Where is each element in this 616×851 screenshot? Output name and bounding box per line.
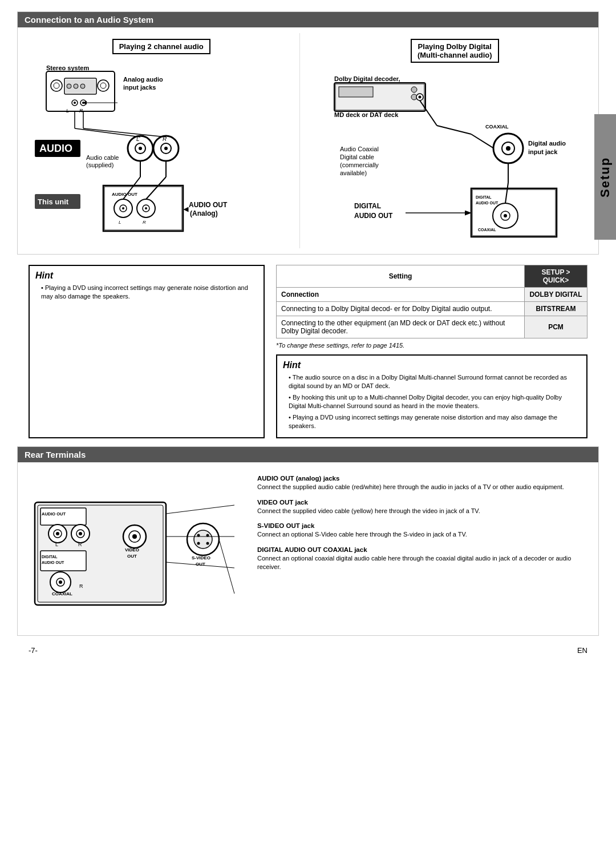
svg-point-101	[79, 532, 82, 535]
svg-point-97	[56, 532, 59, 535]
svg-text:R: R	[79, 583, 83, 589]
svg-point-59	[411, 87, 417, 92]
connection-top: Playing 2 channel audio	[18, 33, 598, 248]
svg-point-113	[132, 534, 137, 539]
svg-line-72	[437, 126, 471, 134]
right-settings-area: Setting SETUP > QUICK> Connection DOLBY …	[276, 265, 587, 438]
rear-label-video-out: VIDEO OUT jack Connect the supplied vide…	[257, 498, 587, 515]
svg-point-6	[74, 84, 78, 88]
pcm-value: PCM	[525, 316, 587, 338]
svg-point-121	[206, 542, 209, 545]
svg-text:VIDEO: VIDEO	[125, 547, 139, 552]
svg-text:Audio cable: Audio cable	[86, 154, 119, 161]
connection-value: DOLBY DIGITAL	[525, 288, 587, 302]
rear-label-svideo-out: S-VIDEO OUT jack Connect an optional S-V…	[257, 521, 587, 539]
svg-point-5	[67, 84, 71, 88]
hint-box-left: Hint • Playing a DVD using incorrect set…	[29, 265, 265, 438]
svg-point-68	[506, 146, 510, 151]
pcm-desc: Connecting to the other equipment (an MD…	[277, 316, 525, 338]
settings-row-2: Connecting to the other equipment (an MD…	[277, 316, 587, 338]
svg-text:Stereo system: Stereo system	[46, 66, 89, 71]
svg-text:R: R	[78, 542, 82, 547]
svg-text:L: L	[55, 542, 58, 547]
svg-text:AUDIO OUT: AUDIO OUT	[112, 192, 137, 197]
svg-text:R: R	[143, 220, 146, 225]
svg-text:DIGITAL: DIGITAL	[354, 202, 381, 210]
svg-text:DIGITAL: DIGITAL	[42, 555, 58, 559]
rear-label-video-out-text: Connect the supplied video cable (yellow…	[257, 507, 587, 515]
svg-point-84	[504, 214, 507, 217]
svg-point-117	[194, 530, 212, 548]
side-tab: Setup	[594, 114, 616, 240]
rear-label-audio-out-text: Connect the supplied audio cable (red/wh…	[257, 483, 587, 491]
svg-text:Dolby  Digital  decoder,: Dolby Digital decoder,	[334, 75, 400, 82]
page: Setup Connection to an Audio System Play…	[0, 0, 616, 851]
svg-point-46	[145, 207, 147, 209]
rear-label-audio-out: AUDIO OUT (analog) jacks Connect the sup…	[257, 474, 587, 491]
hint-right-title: Hint	[283, 360, 581, 370]
svg-text:AUDIO OUT: AUDIO OUT	[42, 560, 64, 564]
bitstream-value: BITSTREAM	[525, 302, 587, 316]
page-lang: EN	[577, 646, 587, 655]
svg-text:L: L	[66, 108, 69, 114]
svg-text:AUDIO OUT: AUDIO OUT	[354, 212, 393, 220]
connection-section: Connection to an Audio System Playing 2 …	[17, 11, 599, 255]
hint-box-right: Hint • The audio source on a disc in a D…	[276, 354, 587, 438]
svg-text:(supplied): (supplied)	[86, 162, 114, 168]
rear-diagram: AUDIO OUT L R DIGITAL AUDIO OUT	[18, 468, 598, 635]
right-panel: Playing Dolby Digital (Multi-channel aud…	[311, 33, 587, 248]
svg-text:AUDIO: AUDIO	[39, 143, 72, 154]
page-footer: -7- EN	[17, 642, 599, 655]
svg-text:R: R	[79, 108, 83, 114]
svg-text:Digital audio: Digital audio	[528, 140, 566, 147]
svg-line-32	[75, 128, 140, 137]
to-change-text: *To change these settings, refer to page…	[276, 342, 587, 349]
svg-text:COAXIAL: COAXIAL	[52, 591, 72, 596]
rear-label-digital-coaxial: DIGITAL AUDIO OUT COAXIAL jack Connect a…	[257, 545, 587, 572]
left-diagram-svg: L R Stereo system Analog audio input jac…	[29, 66, 291, 234]
hint-right-text: • The audio source on a disc in a Dolby …	[283, 373, 581, 430]
svg-point-43	[122, 207, 124, 209]
bitstream-desc: Connecting to a Dolby Digital decod- er …	[277, 302, 525, 316]
right-diagram: Dolby Digital decoder, MD deck or DAT de…	[323, 74, 587, 243]
svg-text:AUDIO OUT: AUDIO OUT	[189, 201, 228, 209]
svg-text:L: L	[119, 220, 121, 225]
svg-text:COAXIAL: COAXIAL	[485, 124, 509, 130]
svg-point-24	[139, 147, 142, 150]
svg-point-11	[74, 102, 76, 104]
rear-label-svideo-out-title: S-VIDEO OUT jack	[257, 521, 587, 530]
hint-right-bullet2: • By hooking this unit up to a Multi-cha…	[289, 393, 581, 411]
rear-label-digital-coaxial-text: Connect an optional coaxial digital audi…	[257, 554, 587, 572]
svg-text:MD deck or DAT deck: MD deck or DAT deck	[334, 111, 399, 118]
hint-left-text: • Playing a DVD using incorrect settings…	[35, 284, 258, 301]
rear-label-digital-coaxial-title: DIGITAL AUDIO OUT COAXIAL jack	[257, 545, 587, 554]
svg-text:S-VIDEO: S-VIDEO	[192, 555, 210, 560]
setup-col-header: SETUP > QUICK>	[525, 265, 587, 288]
page-number: -7-	[29, 646, 38, 655]
svg-text:(commercially: (commercially	[340, 162, 379, 168]
svg-point-120	[197, 542, 200, 545]
rear-diagram-svg: AUDIO OUT L R DIGITAL AUDIO OUT	[29, 474, 246, 628]
svg-point-108	[59, 580, 62, 584]
rear-label-audio-out-title: AUDIO OUT (analog) jacks	[257, 474, 587, 483]
setting-col-header: Setting	[277, 265, 525, 288]
svg-text:available): available)	[340, 170, 367, 176]
svg-text:AUDIO OUT: AUDIO OUT	[42, 511, 66, 517]
svg-text:input jack: input jack	[528, 148, 558, 155]
hint-settings-row: Hint • Playing a DVD using incorrect set…	[17, 265, 599, 438]
svg-line-73	[471, 134, 494, 148]
svg-text:Audio Coaxial: Audio Coaxial	[340, 146, 379, 152]
right-diagram-svg: Dolby Digital decoder, MD deck or DAT de…	[323, 74, 585, 243]
svg-text:AUDIO OUT: AUDIO OUT	[476, 201, 499, 205]
svg-text:(Analog): (Analog)	[190, 209, 218, 217]
svg-text:OUT: OUT	[127, 554, 137, 559]
svg-text:DIGITAL: DIGITAL	[476, 195, 492, 199]
svg-point-27	[164, 147, 168, 150]
svg-line-127	[219, 539, 234, 594]
rear-section: Rear Terminals AUDIO OUT L	[17, 446, 599, 636]
svg-line-124	[166, 505, 234, 514]
svg-text:input jacks: input jacks	[123, 84, 156, 91]
svg-text:This unit: This unit	[38, 197, 69, 206]
svg-text:Analog audio: Analog audio	[123, 76, 163, 83]
svg-line-33	[83, 128, 166, 137]
